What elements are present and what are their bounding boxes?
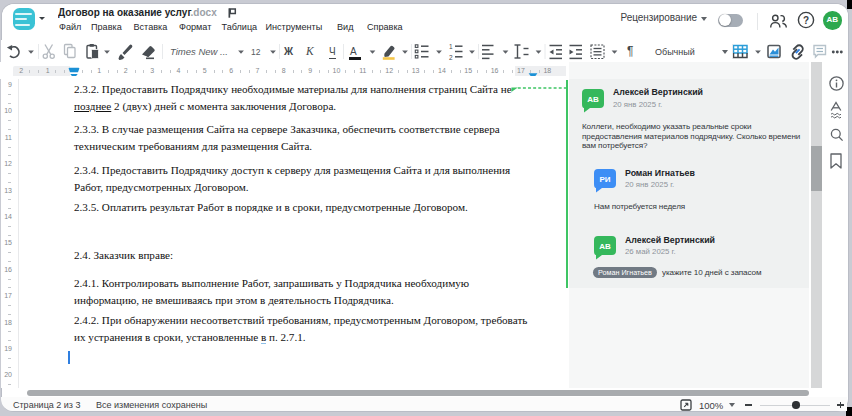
svg-text:1: 1 xyxy=(449,43,453,50)
svg-text:2: 2 xyxy=(449,54,453,61)
svg-text:?: ? xyxy=(803,15,809,26)
svg-text:РИ: РИ xyxy=(599,175,610,184)
svg-text:АВ: АВ xyxy=(587,95,599,104)
svg-text:АВ: АВ xyxy=(599,242,611,251)
